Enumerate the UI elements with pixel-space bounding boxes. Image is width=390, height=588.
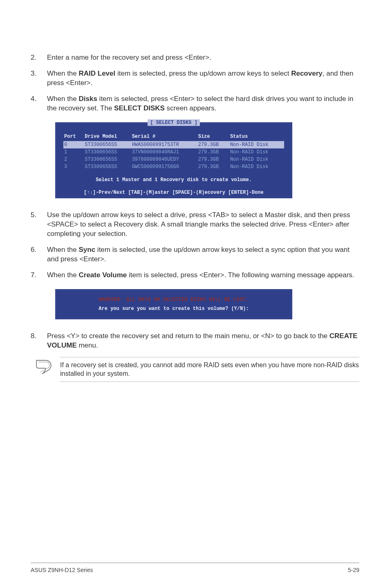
step-item: 2.Enter a name for the recovery set and … bbox=[31, 53, 359, 63]
bios-warning-dialog: WARNING: ALL DATA ON SELECTED DISKS WILL… bbox=[55, 289, 292, 319]
step-body: Press <Y> to create the recovery set and… bbox=[47, 332, 359, 351]
bios-cell: Non-RAID Disk bbox=[229, 141, 284, 148]
bios-disk-table: PortDrive ModelSerial #SizeStatus 0ST330… bbox=[63, 133, 284, 171]
bios-cell: ST3300656SS bbox=[84, 148, 131, 156]
step-body: When the RAID Level item is selected, pr… bbox=[47, 69, 359, 89]
bios-col-header: Size bbox=[197, 133, 229, 141]
step-number: 4. bbox=[31, 94, 47, 114]
step-number: 7. bbox=[31, 271, 47, 281]
step-item: 8.Press <Y> to create the recovery set a… bbox=[31, 332, 359, 351]
step-body: Enter a name for the recovery set and pr… bbox=[47, 53, 359, 63]
bios-cell: 279.3GB bbox=[197, 156, 229, 163]
step-number: 2. bbox=[31, 53, 47, 63]
step-number: 5. bbox=[31, 211, 47, 240]
bios-cell: 279.3GB bbox=[197, 163, 229, 171]
bios-cell: 397600009846UEDY bbox=[131, 156, 197, 163]
step-item: 7.When the Create Volume item is selecte… bbox=[31, 271, 359, 281]
bios-cell: 37VN00009846RAJ1 bbox=[131, 148, 197, 156]
bios-cell: ST3300656SS bbox=[84, 163, 131, 171]
step-body: Use the up/down arrow keys to select a d… bbox=[47, 211, 359, 240]
step-list-2: 5.Use the up/down arrow keys to select a… bbox=[31, 211, 359, 281]
bios-col-header: Status bbox=[229, 133, 284, 141]
bios-cell: GWC50000991756G6 bbox=[131, 163, 197, 171]
warning-line-1: WARNING: ALL DATA ON SELECTED DISKS WILL… bbox=[59, 296, 288, 303]
step-body: When the Sync item is selected, use the … bbox=[47, 245, 359, 265]
bios-cell: 2 bbox=[63, 156, 84, 163]
note-icon bbox=[35, 357, 53, 378]
step-list-3: 8.Press <Y> to create the recovery set a… bbox=[31, 332, 359, 351]
footer-left: ASUS Z9NH-D12 Series bbox=[31, 566, 93, 574]
bios-col-header: Drive Model bbox=[84, 133, 131, 141]
bios-cell: HWAS0000991753TR bbox=[131, 141, 197, 148]
bios-cell: Non-RAID Disk bbox=[229, 156, 284, 163]
bios-cell: ST3300656SS bbox=[84, 141, 131, 148]
note-text: If a recovery set is created, you cannot… bbox=[60, 357, 359, 382]
bios-disk-row: 2ST3300656SS397600009846UEDY279.3GBNon-R… bbox=[63, 156, 284, 163]
step-body: When the Create Volume item is selected,… bbox=[47, 271, 359, 281]
step-item: 5.Use the up/down arrow keys to select a… bbox=[31, 211, 359, 240]
step-number: 3. bbox=[31, 69, 47, 89]
bios-cell: 279.3GB bbox=[197, 148, 229, 156]
step-number: 6. bbox=[31, 245, 47, 265]
bios-col-header: Serial # bbox=[131, 133, 197, 141]
bios-cell: 279.3GB bbox=[197, 141, 229, 148]
bios-disk-row: 0ST3300656SSHWAS0000991753TR279.3GBNon-R… bbox=[63, 141, 284, 148]
step-item: 3.When the RAID Level item is selected, … bbox=[31, 69, 359, 89]
bios-title: [ SELECT DISKS ] bbox=[148, 119, 199, 126]
bios-cell: 3 bbox=[63, 163, 84, 171]
bios-select-disks-screen: [ SELECT DISKS ] PortDrive ModelSerial #… bbox=[55, 122, 292, 198]
step-item: 6.When the Sync item is selected, use th… bbox=[31, 245, 359, 265]
bios-disk-row: 1ST3300656SS37VN00009846RAJ1279.3GBNon-R… bbox=[63, 148, 284, 156]
bios-cell: 0 bbox=[63, 141, 84, 148]
step-list-1: 2.Enter a name for the recovery set and … bbox=[31, 53, 359, 114]
bios-cell: 1 bbox=[63, 148, 84, 156]
step-body: When the Disks item is selected, press <… bbox=[47, 94, 359, 114]
note-block: If a recovery set is created, you cannot… bbox=[35, 357, 359, 382]
step-item: 4.When the Disks item is selected, press… bbox=[31, 94, 359, 114]
bios-cell: Non-RAID Disk bbox=[229, 163, 284, 171]
warning-line-2: Are you sure you want to create this vol… bbox=[59, 305, 288, 312]
bios-message: Select 1 Master and 1 Recovery disk to c… bbox=[63, 177, 284, 183]
step-number: 8. bbox=[31, 332, 47, 351]
bios-footer-hint: [↑↓]-Prev/Next [TAB]-(M)aster [SPACE]-(R… bbox=[84, 190, 263, 195]
bios-cell: Non-RAID Disk bbox=[229, 148, 284, 156]
bios-cell: ST3300656SS bbox=[84, 156, 131, 163]
bios-disk-row: 3ST3300656SSGWC50000991756G6279.3GBNon-R… bbox=[63, 163, 284, 171]
bios-col-header: Port bbox=[63, 133, 84, 141]
footer-right: 5-29 bbox=[348, 566, 359, 574]
page-footer: ASUS Z9NH-D12 Series 5-29 bbox=[31, 563, 359, 574]
